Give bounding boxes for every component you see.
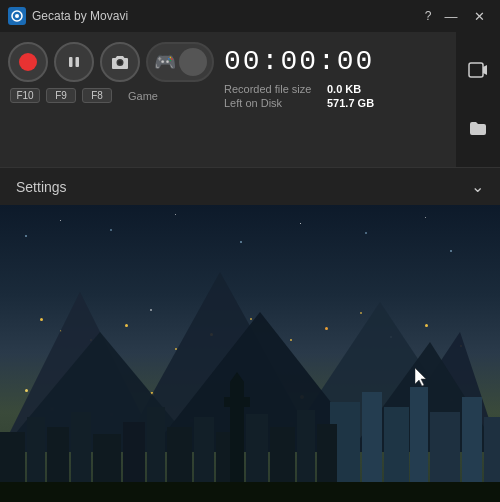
- screenshot-shortcut: F8: [82, 88, 112, 103]
- svg-rect-4: [76, 57, 80, 67]
- timer-area: 00:00:00 Recorded file size 0.0 KB Left …: [224, 42, 374, 109]
- timer-display: 00:00:00: [224, 46, 374, 77]
- record-dot: [19, 53, 37, 71]
- screenshot-button[interactable]: [100, 42, 140, 82]
- record-button[interactable]: [8, 42, 48, 82]
- game-label: Game: [128, 90, 158, 102]
- help-button[interactable]: ?: [418, 6, 438, 26]
- minimize-button[interactable]: —: [438, 6, 464, 26]
- svg-rect-39: [0, 482, 500, 502]
- settings-label: Settings: [16, 179, 471, 195]
- buildings-svg: [0, 372, 500, 502]
- window-controls: — ✕: [438, 6, 492, 26]
- folder-button[interactable]: [460, 109, 496, 149]
- disk-label: Left on Disk: [224, 97, 319, 109]
- preview-area: [0, 205, 500, 502]
- stats-area: Recorded file size 0.0 KB Left on Disk 5…: [224, 83, 374, 109]
- svg-marker-37: [230, 372, 244, 382]
- app-title: Gecata by Movavi: [32, 9, 418, 23]
- shortcut-labels: F10 F9 F8 Game: [10, 88, 158, 103]
- gamepad-icon: 🎮: [154, 51, 176, 73]
- transport-buttons: 🎮: [8, 42, 214, 82]
- close-button[interactable]: ✕: [466, 6, 492, 26]
- svg-point-2: [15, 14, 19, 18]
- left-controls: 🎮 F10 F9 F8 Game: [8, 42, 214, 103]
- disk-value: 571.7 GB: [327, 97, 374, 109]
- title-bar: Gecata by Movavi ? — ✕: [0, 0, 500, 32]
- game-toggle[interactable]: 🎮: [146, 42, 214, 82]
- svg-rect-38: [224, 397, 250, 407]
- recorded-size-row: Recorded file size 0.0 KB: [224, 83, 374, 95]
- scene-background: [0, 205, 500, 502]
- recorded-value: 0.0 KB: [327, 83, 361, 95]
- svg-point-5: [118, 61, 122, 65]
- settings-bar[interactable]: Settings ⌄: [0, 167, 500, 205]
- video-settings-button[interactable]: [460, 50, 496, 90]
- app-logo: [8, 7, 26, 25]
- pause-button[interactable]: [54, 42, 94, 82]
- recorded-label: Recorded file size: [224, 83, 319, 95]
- disk-space-row: Left on Disk 571.7 GB: [224, 97, 374, 109]
- svg-rect-3: [69, 57, 73, 67]
- record-shortcut: F10: [10, 88, 40, 103]
- toggle-knob: [179, 48, 207, 76]
- pause-shortcut: F9: [46, 88, 76, 103]
- control-bar: 🎮 F10 F9 F8 Game 00:00:00 Recorded file …: [0, 32, 500, 167]
- right-sidebar: [456, 32, 500, 167]
- svg-rect-6: [469, 63, 483, 77]
- chevron-down-icon: ⌄: [471, 177, 484, 196]
